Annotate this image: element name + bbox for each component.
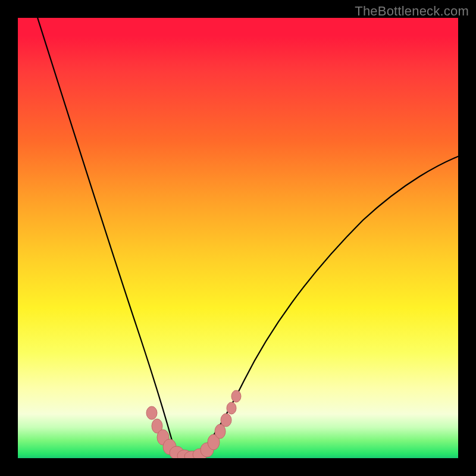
marker <box>227 402 236 414</box>
curve-svg <box>18 18 458 458</box>
marker <box>231 390 241 402</box>
marker <box>221 414 231 427</box>
chart-frame: TheBottleneck.com <box>0 0 476 476</box>
plot-area <box>18 18 458 458</box>
curve-left-branch <box>36 18 184 456</box>
marker <box>146 406 157 419</box>
watermark-text: TheBottleneck.com <box>355 4 469 19</box>
